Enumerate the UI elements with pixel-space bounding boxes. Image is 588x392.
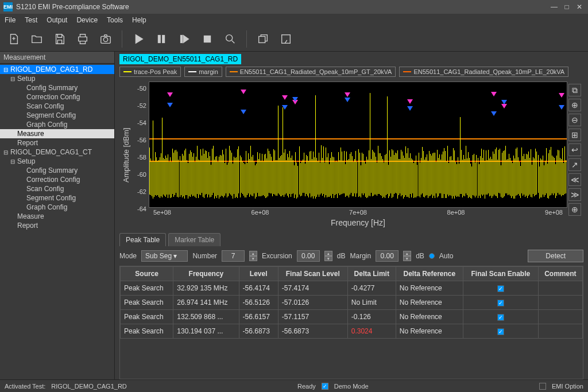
table-header[interactable]: Source xyxy=(121,267,173,281)
menu-tools[interactable]: Tools xyxy=(107,16,123,24)
margin-input[interactable]: 0.00 xyxy=(376,250,399,262)
tree-item[interactable]: Correction Config xyxy=(0,92,114,102)
tree-item[interactable]: Config Summary xyxy=(0,166,114,175)
tree-item[interactable]: ⊟RIGOL_DEMO_CAG1_CT xyxy=(0,148,114,157)
marker-pink-icon[interactable] xyxy=(559,93,564,98)
margin-spinner[interactable]: ▴▾ xyxy=(403,251,411,261)
demo-checkbox[interactable] xyxy=(322,383,328,390)
marker-blue-icon[interactable] xyxy=(282,105,288,110)
legend-item[interactable]: trace-Pos Peak xyxy=(119,67,181,77)
stop-icon[interactable] xyxy=(198,30,216,48)
table-header[interactable]: Delta Reference xyxy=(396,267,463,281)
menu-file[interactable]: File xyxy=(5,16,16,24)
menu-help[interactable]: Help xyxy=(132,16,146,24)
close-button[interactable]: ✕ xyxy=(574,2,585,11)
tree-item[interactable]: Segment Config xyxy=(0,193,114,203)
save-icon[interactable] xyxy=(51,30,69,48)
marker-blue-icon[interactable] xyxy=(345,98,350,102)
tree-item[interactable]: Scan Config xyxy=(0,184,114,193)
excursion-input[interactable]: 0.00 xyxy=(297,250,320,262)
minimize-button[interactable]: — xyxy=(549,2,559,11)
marker-blue-icon[interactable] xyxy=(491,111,497,116)
enable-checkbox[interactable]: ✓ xyxy=(497,314,504,321)
window-restore-icon[interactable] xyxy=(254,30,272,48)
pause-icon[interactable] xyxy=(152,30,171,48)
play-icon[interactable] xyxy=(129,30,148,48)
peak-table[interactable]: SourceFrequencyLevelFinal Scan LevelDelt… xyxy=(119,266,583,379)
maximize-button[interactable]: □ xyxy=(562,2,572,11)
chart-canvas[interactable] xyxy=(149,81,567,208)
add-marker-icon[interactable]: ⊕ xyxy=(568,203,581,216)
tab[interactable]: Marker Table xyxy=(168,233,220,246)
print-icon[interactable] xyxy=(74,30,92,48)
legend-item[interactable]: EN55011_CAG1_Radiated_Qpeak_10mP_LE_20kV… xyxy=(399,67,568,77)
marker-blue-icon[interactable] xyxy=(292,97,298,102)
copy-icon[interactable]: ⧉ xyxy=(568,84,581,96)
table-header[interactable]: Final Scan Enable xyxy=(463,267,538,281)
table-header[interactable]: Comment xyxy=(538,267,582,281)
open-folder-icon[interactable] xyxy=(28,30,46,48)
tree-item[interactable]: Graph Config xyxy=(0,203,114,212)
number-spinner[interactable]: ▴▾ xyxy=(249,251,257,261)
tree-item[interactable]: Config Summary xyxy=(0,83,114,92)
mode-select[interactable]: Sub Seg ▾ xyxy=(141,250,188,262)
forward-icon[interactable]: ≫ xyxy=(568,188,581,201)
step-icon[interactable] xyxy=(175,30,194,48)
table-row[interactable]: Peak Search32.929 135 MHz-56.4174-57.417… xyxy=(121,281,583,296)
zoom-out-icon[interactable]: ⊖ xyxy=(568,114,581,126)
detect-button[interactable]: Detect xyxy=(528,250,583,262)
emi-checkbox[interactable] xyxy=(539,383,546,390)
marker-pink-icon[interactable] xyxy=(345,92,350,97)
enable-checkbox[interactable]: ✓ xyxy=(497,285,504,292)
enable-checkbox[interactable]: ✓ xyxy=(497,328,504,335)
tree-item[interactable]: ⊟Setup xyxy=(0,157,114,166)
menu-output[interactable]: Output xyxy=(47,16,67,24)
tree-item[interactable]: ⊟Setup xyxy=(0,74,114,83)
marker-blue-icon[interactable] xyxy=(167,103,173,107)
tree-item[interactable]: Correction Config xyxy=(0,175,114,184)
table-header[interactable]: Level xyxy=(239,267,278,281)
tree-item[interactable]: ⊟RIGOL_DEMO_CAG1_RD xyxy=(0,65,114,74)
number-input[interactable]: 7 xyxy=(222,250,245,262)
new-file-icon[interactable] xyxy=(5,30,23,48)
marker-pink-icon[interactable] xyxy=(241,90,246,94)
tab[interactable]: Peak Table xyxy=(119,233,166,246)
tree-item[interactable]: Segment Config xyxy=(0,111,114,120)
marker-pink-icon[interactable] xyxy=(491,92,497,96)
marker-blue-icon[interactable] xyxy=(501,100,507,104)
camera-icon[interactable] xyxy=(96,30,115,48)
marker-pink-icon[interactable] xyxy=(501,104,507,108)
tree-item[interactable]: Measure xyxy=(0,212,114,221)
tree-item[interactable]: Graph Config xyxy=(0,120,114,129)
table-row[interactable]: Peak Search132.509 868 ...-56.6157-57.11… xyxy=(121,310,583,324)
marker-blue-icon[interactable] xyxy=(241,110,246,114)
fit-icon[interactable]: ⊞ xyxy=(568,129,581,141)
tree-item[interactable]: Measure xyxy=(0,129,114,138)
cursor-icon[interactable]: ↗ xyxy=(568,158,581,171)
table-header[interactable]: Final Scan Level xyxy=(278,267,347,281)
marker-blue-icon[interactable] xyxy=(407,106,413,111)
table-row[interactable]: Peak Search26.974 141 MHz-56.5126-57.012… xyxy=(121,296,583,310)
legend-item[interactable]: EN55011_CAG1_Radiated_Qpeak_10mP_GT_20kV… xyxy=(226,67,396,77)
rewind-icon[interactable]: ≪ xyxy=(568,173,581,186)
table-header[interactable]: Frequency xyxy=(173,267,239,281)
marker-pink-icon[interactable] xyxy=(167,92,173,97)
legend-item[interactable]: margin xyxy=(184,67,222,77)
zoom-in-icon[interactable]: ⊕ xyxy=(568,99,581,111)
window-arrange-icon[interactable] xyxy=(277,30,295,48)
menu-device[interactable]: Device xyxy=(76,16,98,24)
enable-checkbox[interactable]: ✓ xyxy=(497,300,504,306)
tree-item[interactable]: Scan Config xyxy=(0,102,114,111)
auto-radio[interactable] xyxy=(429,253,435,259)
menu-test[interactable]: Test xyxy=(25,16,37,24)
marker-pink-icon[interactable] xyxy=(282,95,288,100)
excursion-spinner[interactable]: ▴▾ xyxy=(324,251,332,261)
marker-blue-icon[interactable] xyxy=(559,105,564,110)
tree-item[interactable]: Report xyxy=(0,138,114,148)
home-icon[interactable]: ↩ xyxy=(568,143,581,156)
table-row[interactable]: Peak Search130.194 037 ...-56.6873-56.68… xyxy=(121,324,583,339)
search-icon[interactable] xyxy=(221,30,239,48)
tree-item[interactable]: Report xyxy=(0,221,114,230)
table-header[interactable]: Delta Limit xyxy=(347,267,396,281)
marker-pink-icon[interactable] xyxy=(407,99,413,104)
